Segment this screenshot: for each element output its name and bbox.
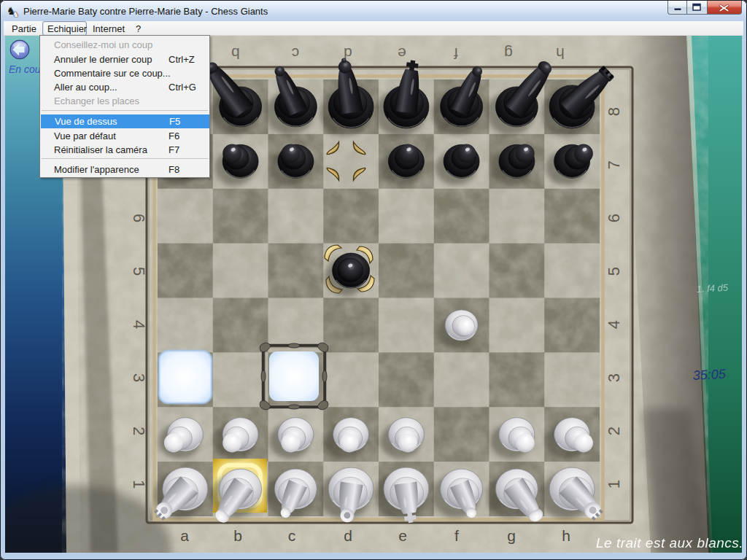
svg-text:b: b (231, 45, 240, 62)
svg-text:6: 6 (130, 214, 148, 222)
svg-text:5: 5 (605, 267, 623, 276)
svg-text:a: a (180, 527, 189, 544)
svg-text:c: c (292, 45, 300, 62)
svg-text:1: 1 (130, 480, 148, 489)
svg-text:e: e (398, 527, 407, 544)
svg-text:g: g (507, 527, 516, 544)
svg-text:Le trait est aux blancs.: Le trait est aux blancs. (596, 535, 742, 551)
svg-text:g: g (504, 45, 513, 62)
svg-text:1: 1 (605, 480, 623, 489)
svg-text:1. f4 d5: 1. f4 d5 (696, 282, 729, 295)
svg-text:f: f (454, 527, 459, 544)
svg-text:b: b (233, 527, 242, 544)
svg-text:8: 8 (605, 107, 623, 116)
svg-text:6: 6 (605, 214, 623, 222)
svg-text:h: h (556, 45, 565, 62)
svg-text:4: 4 (130, 320, 148, 329)
svg-text:d: d (344, 527, 352, 544)
svg-text:35:05: 35:05 (692, 367, 727, 383)
svg-text:h: h (562, 527, 570, 544)
svg-text:3: 3 (130, 373, 148, 382)
svg-text:f: f (454, 45, 458, 62)
svg-text:e: e (398, 45, 406, 62)
svg-text:7: 7 (605, 160, 623, 169)
svg-text:3: 3 (605, 373, 623, 382)
svg-text:4: 4 (605, 320, 623, 329)
svg-text:5: 5 (130, 267, 148, 276)
svg-text:c: c (288, 527, 296, 544)
svg-text:2: 2 (130, 427, 148, 435)
svg-text:2: 2 (605, 427, 623, 435)
